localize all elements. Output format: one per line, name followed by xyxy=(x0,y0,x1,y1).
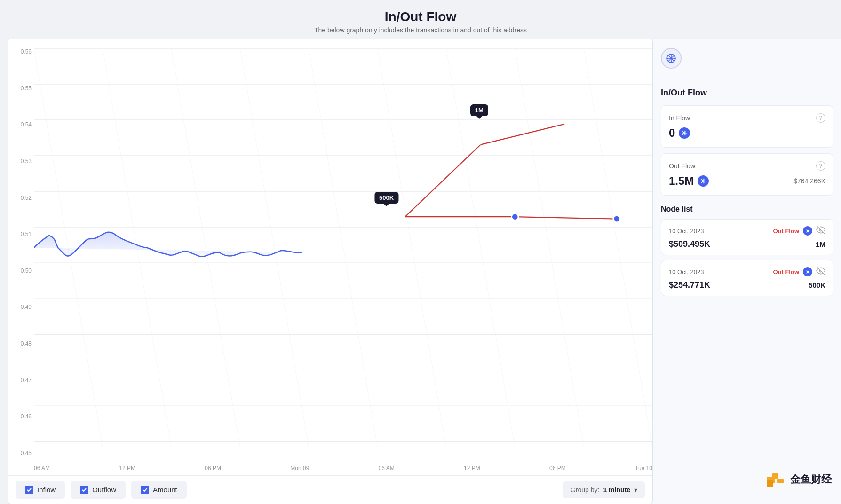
inflow-value: 0 xyxy=(669,126,675,140)
node-2-token-value: 500K xyxy=(809,281,825,289)
brand-label: 金鱼财经 xyxy=(790,472,832,487)
amount-checkbox[interactable] xyxy=(141,486,149,494)
outflow-value: 1.5M xyxy=(669,174,694,188)
y-axis: 0.56 0.55 0.54 0.53 0.52 0.51 0.50 0.49 … xyxy=(8,48,34,457)
outflow-card-header: Out Flow ? xyxy=(669,161,825,171)
inflow-label: Inflow xyxy=(37,486,56,494)
node-2-token-amount: 500K xyxy=(809,281,825,289)
node-2-date: 10 Oct, 2023 xyxy=(669,268,704,276)
chart-area: 0.56 0.55 0.54 0.53 0.52 0.51 0.50 0.49 … xyxy=(8,39,652,475)
node-item-2-header: 10 Oct, 2023 Out Flow xyxy=(669,266,825,277)
svg-rect-54 xyxy=(777,479,784,483)
tooltip-1m: 1M xyxy=(470,104,488,116)
svg-point-34 xyxy=(667,58,668,59)
page-title: In/Out Flow xyxy=(0,9,841,24)
node-2-token-icon xyxy=(803,267,812,276)
svg-line-15 xyxy=(240,48,309,447)
check-icon xyxy=(26,487,32,493)
legend-amount[interactable]: Amount xyxy=(131,481,187,499)
eye-slash-icon-1 xyxy=(816,225,825,235)
node-list-title: Node list xyxy=(661,205,833,213)
node-item-1-header: 10 Oct, 2023 Out Flow xyxy=(669,225,825,236)
inflow-token-icon xyxy=(679,127,690,139)
snowflake-small-icon-2 xyxy=(700,178,706,184)
node-item-2-footer: $254.771K 500K xyxy=(669,280,825,290)
outflow-checkbox[interactable] xyxy=(80,486,88,494)
node-2-usd-amount: $254.771K xyxy=(669,280,710,290)
chart-section: 0.56 0.55 0.54 0.53 0.52 0.51 0.50 0.49 … xyxy=(8,39,653,504)
page-subtitle: The below graph only includes the transa… xyxy=(0,26,841,34)
node-1-date: 10 Oct, 2023 xyxy=(669,228,704,235)
amount-label: Amount xyxy=(153,486,177,494)
legend-inflow[interactable]: Inflow xyxy=(16,481,65,499)
snowflake-node1-icon xyxy=(805,228,810,234)
group-by-prefix: Group by: xyxy=(571,486,599,494)
group-by-value: 1 minute xyxy=(603,486,630,494)
node-2-flow-type: Out Flow xyxy=(773,268,799,276)
branding: 金鱼财经 xyxy=(766,469,832,490)
node-1-right: Out Flow xyxy=(773,225,825,236)
svg-point-33 xyxy=(671,61,672,62)
inflow-checkbox[interactable] xyxy=(25,486,33,494)
sidebar-divider-1 xyxy=(661,80,833,80)
svg-line-14 xyxy=(171,48,240,447)
svg-rect-55 xyxy=(767,480,773,487)
svg-rect-53 xyxy=(772,473,778,479)
outflow-card-label: Out Flow xyxy=(669,162,695,170)
svg-point-26 xyxy=(613,215,620,222)
inflow-card-header: In Flow ? xyxy=(669,113,825,123)
node-1-eye-icon[interactable] xyxy=(816,225,825,236)
svg-point-32 xyxy=(671,55,672,55)
group-by-button[interactable]: Group by: 1 minute ▾ xyxy=(563,481,645,498)
svg-line-19 xyxy=(515,48,584,447)
inflow-card: In Flow ? 0 xyxy=(661,105,833,148)
node-2-eye-icon[interactable] xyxy=(816,266,825,277)
svg-line-20 xyxy=(584,48,652,447)
svg-line-23 xyxy=(481,124,564,145)
outflow-help-icon[interactable]: ? xyxy=(816,161,825,171)
node-item-1-footer: $509.495K 1M xyxy=(669,239,825,249)
node-1-usd-amount: $509.495K xyxy=(669,239,710,249)
inflow-card-label: In Flow xyxy=(669,114,690,122)
node-2-right: Out Flow xyxy=(773,266,825,277)
token-logo xyxy=(661,48,682,69)
svg-point-35 xyxy=(674,58,675,59)
outflow-card: Out Flow ? 1.5M $764.266K xyxy=(661,153,833,196)
chart-svg xyxy=(34,48,652,447)
svg-point-25 xyxy=(511,213,518,220)
legend-outflow[interactable]: Outflow xyxy=(71,481,126,499)
outflow-card-value: 1.5M $764.266K xyxy=(669,174,825,188)
outflow-token-icon xyxy=(698,175,709,187)
tooltip-500k: 500K xyxy=(374,192,398,204)
svg-line-24 xyxy=(515,217,617,219)
chevron-down-icon: ▾ xyxy=(634,486,637,494)
node-item-1: 10 Oct, 2023 Out Flow xyxy=(661,219,833,255)
snowflake-node2-icon xyxy=(805,269,810,275)
node-1-token-value: 1M xyxy=(816,240,825,248)
outflow-label: Outflow xyxy=(92,486,116,494)
check-icon-3 xyxy=(142,487,148,493)
inflow-card-value: 0 xyxy=(669,126,825,140)
sidebar-section-title: In/Out Flow xyxy=(661,88,833,98)
svg-line-17 xyxy=(378,48,446,447)
sidebar-logo-area xyxy=(661,48,833,69)
node-item-2: 10 Oct, 2023 Out Flow xyxy=(661,260,833,296)
node-1-token-amount: 1M xyxy=(816,240,825,248)
check-icon-2 xyxy=(81,487,87,493)
inflow-help-icon[interactable]: ? xyxy=(816,113,825,123)
svg-line-16 xyxy=(309,48,377,447)
outflow-usd-value: $764.266K xyxy=(793,177,825,185)
chart-legend: Inflow Outflow Amount Group xyxy=(8,475,652,504)
snowflake-logo-icon xyxy=(666,53,677,64)
x-axis: 06 AM 12 PM 06 PM Mon 09 06 AM 12 PM 06 … xyxy=(34,465,652,472)
sidebar: In/Out Flow In Flow ? 0 xyxy=(653,39,841,504)
node-1-token-icon xyxy=(803,226,812,236)
chart-canvas: 500K 1M xyxy=(34,48,652,447)
brand-logo-icon xyxy=(766,469,786,490)
node-1-flow-type: Out Flow xyxy=(773,228,799,235)
snowflake-small-icon xyxy=(681,130,688,136)
eye-slash-icon-2 xyxy=(816,266,825,276)
